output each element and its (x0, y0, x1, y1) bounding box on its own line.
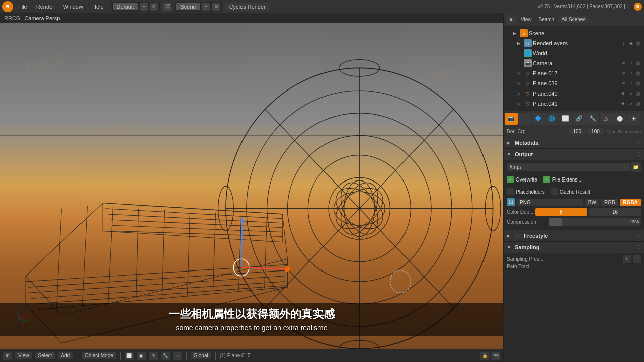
tab-close-btn[interactable]: ✕ (150, 3, 158, 11)
viewport-overlay-icon[interactable]: ◉ (137, 352, 146, 360)
outliner-camera[interactable]: 📷 Camera 👁 ↗ 🎥 (504, 58, 644, 68)
camera-persp-label: Camera Persp (24, 15, 60, 21)
p040-sel[interactable]: ↗ (627, 90, 634, 97)
menu-window[interactable]: Window (59, 3, 87, 11)
scene-icon[interactable]: 🎬 (163, 3, 171, 11)
camera-view-icon[interactable]: 📷 (491, 352, 500, 360)
p040-render[interactable]: 🎥 (635, 90, 642, 97)
lock-icon[interactable]: 🔒 (480, 352, 489, 360)
compression-row: Compression 15% (507, 218, 641, 226)
p041-sel[interactable]: ↗ (627, 100, 634, 107)
p040-icon: ▽ (524, 89, 532, 98)
proportional-icon[interactable]: ○ (173, 352, 182, 360)
output-path-field[interactable]: /tmp\ (507, 163, 630, 171)
modifiers-btn[interactable]: 🔧 (586, 113, 599, 125)
freestyle-checkbox[interactable] (515, 233, 521, 239)
pivot-icon[interactable]: ⊕ (149, 352, 158, 360)
props-view-icon[interactable]: ≡ (506, 15, 517, 25)
p039-vis[interactable]: 👁 (620, 80, 627, 87)
path-tracing-label: Path Traci... (507, 264, 641, 269)
p017-sel[interactable]: ↗ (627, 70, 634, 77)
snap-icon[interactable]: 🔧 (161, 352, 170, 360)
tab-scene[interactable]: Scene (176, 3, 200, 10)
cam-sel[interactable]: ↗ (627, 60, 634, 67)
freestyle-header[interactable]: ▶ Freestyle ⋮⋮ (504, 230, 644, 241)
overwrite-checkbox[interactable]: ✓ (507, 176, 514, 183)
rl-vis-icon[interactable]: | (620, 40, 627, 47)
p017-render[interactable]: 🎥 (635, 70, 642, 77)
props-search-btn[interactable]: Search (536, 16, 558, 23)
add-btn[interactable]: Add (58, 352, 73, 359)
render-icon-btn[interactable]: 📷 (505, 113, 518, 125)
crp-val[interactable]: 100 (587, 128, 604, 135)
color-depth-8[interactable]: 8 (535, 208, 587, 216)
cache-result-checkbox[interactable] (551, 188, 558, 195)
object-props-btn[interactable]: ⬜ (559, 113, 572, 125)
crp-label: Crp (518, 129, 526, 134)
file-ext-checkbox[interactable]: ✓ (543, 176, 550, 183)
bor-val[interactable]: 100 (569, 128, 585, 135)
props-all-scenes-btn[interactable]: All Scenes (558, 16, 588, 23)
outliner-renderlayers[interactable]: ▶ R RenderLayers | ◉ 🎥 (504, 38, 644, 48)
object-mode-select[interactable]: Object Mode (82, 352, 116, 359)
output-folder-btn[interactable]: 📁 (631, 162, 641, 172)
cam-render[interactable]: 🎥 (635, 60, 642, 67)
constraints-btn[interactable]: 🔗 (573, 113, 586, 125)
format-icon: 🖼 (507, 198, 515, 206)
menu-file[interactable]: File (14, 3, 31, 11)
props-view-btn[interactable]: View (518, 16, 535, 23)
viewport[interactable]: RRCG Camera Persp 人人素材 RRCG RRCG RRCG 人人… (0, 13, 503, 362)
rgba-btn[interactable]: RGBA (620, 199, 641, 206)
p039-render[interactable]: 🎥 (635, 80, 642, 87)
scene-tab-add-btn[interactable]: + (202, 3, 210, 11)
p017-vis[interactable]: 👁 (620, 70, 627, 77)
cam-vis[interactable]: 👁 (620, 60, 627, 67)
layout-tab-group: Default + ✕ (111, 2, 160, 12)
render-layers-btn[interactable]: ≡ (518, 113, 531, 125)
sampling-plus-btn[interactable]: + (623, 255, 631, 263)
color-depth-16[interactable]: 16 (589, 208, 641, 216)
data-btn[interactable]: △ (600, 113, 613, 125)
world-label: World (533, 50, 642, 56)
p040-vis[interactable]: 👁 (620, 90, 627, 97)
viewport-type-icon[interactable]: ⊞ (3, 352, 12, 360)
metadata-header[interactable]: ▶ Metadata ⋮⋮ (504, 137, 644, 148)
render-engine-select[interactable]: Cycles Render (225, 3, 270, 11)
tab-add-btn[interactable]: + (140, 3, 148, 11)
viewport-shading-icon[interactable]: ⬜ (125, 352, 134, 360)
texture-btn[interactable]: ⊞ (627, 113, 640, 125)
outliner-plane039[interactable]: ▷ ▽ Plane.039 👁 ↗ 🎥 (504, 78, 644, 88)
menu-render[interactable]: Render (32, 3, 58, 11)
placeholders-checkbox[interactable] (507, 188, 514, 195)
output-header[interactable]: ▼ Output ⋮⋮ (504, 149, 644, 160)
scene-tab-close-btn[interactable]: ✕ (212, 3, 220, 11)
p041-render[interactable]: 🎥 (635, 100, 642, 107)
rgb-btn[interactable]: RGB (601, 199, 618, 206)
format-select[interactable]: PNG (517, 199, 583, 206)
freestyle-arrow: ▶ (507, 233, 513, 238)
outliner-plane040[interactable]: ▷ ▽ Plane.040 👁 ↗ 🎥 (504, 88, 644, 99)
compression-slider[interactable]: 15% (549, 218, 641, 226)
outliner-world[interactable]: 🌐 World (504, 48, 644, 58)
world-props-btn[interactable]: 🌐 (545, 113, 558, 125)
rl-cam-icon[interactable]: ◉ (627, 40, 634, 47)
p039-sel[interactable]: ↗ (627, 80, 634, 87)
sampling-header[interactable]: ▼ Sampling ⋮⋮ (504, 242, 644, 253)
sampling-minus-btn[interactable]: − (633, 255, 641, 263)
bw-btn[interactable]: BW (585, 199, 599, 206)
rl-render-icon[interactable]: 🎥 (635, 40, 642, 47)
tab-default[interactable]: Default (113, 3, 138, 10)
view-btn[interactable]: View (15, 352, 32, 359)
material-btn[interactable]: ⬤ (613, 113, 626, 125)
outliner-plane017[interactable]: ▷ ▽ Plane.017 👁 ↗ 🎥 (504, 68, 644, 78)
p041-vis[interactable]: 👁 (620, 100, 627, 107)
select-btn[interactable]: Select (35, 352, 55, 359)
p039-label: Plane.039 (533, 80, 619, 86)
rl-vis-icons: | ◉ 🎥 (620, 40, 642, 47)
viewport-canvas[interactable]: 人人素材 RRCG RRCG RRCG 人人素材 (0, 23, 503, 349)
outliner-scene[interactable]: ▶ S Scene (504, 28, 644, 38)
scene-props-btn[interactable]: 🔷 (532, 113, 545, 125)
global-select[interactable]: Global (191, 352, 211, 359)
outliner-plane041[interactable]: ▷ ▽ Plane.041 👁 ↗ 🎥 (504, 99, 644, 109)
menu-help[interactable]: Help (88, 3, 108, 11)
